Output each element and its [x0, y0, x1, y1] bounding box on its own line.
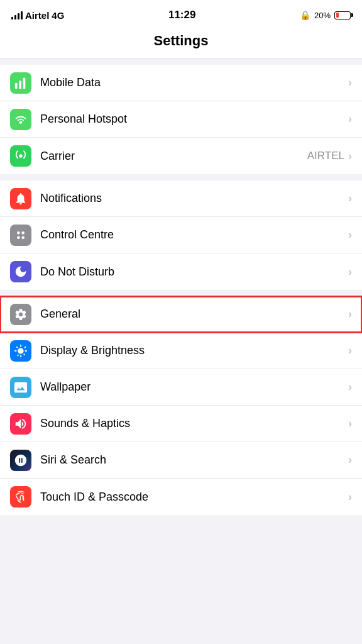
carrier-label: Airtel: [25, 10, 49, 21]
svg-point-6: [17, 236, 20, 239]
network-label: 4G: [52, 10, 64, 21]
carrier-label-item: Carrier: [40, 150, 307, 163]
settings-item-general[interactable]: General ›: [0, 296, 362, 333]
touch-id-label: Touch ID & Passcode: [40, 491, 348, 504]
mobile-data-label: Mobile Data: [40, 76, 348, 89]
do-not-disturb-icon: [10, 261, 31, 282]
wallpaper-icon: [10, 377, 31, 398]
siri-search-icon: [10, 450, 31, 471]
mobile-data-icon: [10, 72, 31, 94]
battery-area: 🔒 20%: [300, 10, 351, 20]
section-system2: General › Display & Brightness › Wallpap…: [0, 296, 362, 515]
notifications-chevron: ›: [348, 192, 352, 205]
svg-rect-0: [15, 83, 18, 89]
page-title: Settings: [0, 33, 362, 49]
mobile-data-chevron: ›: [348, 76, 352, 89]
carrier-icon: [10, 145, 31, 167]
carrier-signal: Airtel 4G: [11, 10, 64, 21]
wallpaper-chevron: ›: [348, 380, 352, 394]
svg-point-5: [21, 231, 25, 235]
display-brightness-chevron: ›: [348, 344, 352, 357]
do-not-disturb-chevron: ›: [348, 265, 352, 279]
do-not-disturb-label: Do Not Disturb: [40, 265, 348, 279]
notifications-icon: [10, 188, 31, 209]
svg-point-4: [17, 231, 20, 235]
carrier-value: AIRTEL: [307, 150, 344, 162]
control-centre-chevron: ›: [348, 228, 352, 242]
battery-percent: 20%: [314, 11, 331, 20]
settings-list-system1: Notifications › Control Centre › Do Not …: [0, 180, 362, 290]
signal-icon: [11, 11, 23, 19]
siri-search-label: Siri & Search: [40, 453, 348, 467]
general-chevron: ›: [348, 308, 352, 321]
display-brightness-icon: [10, 340, 31, 362]
svg-point-3: [19, 121, 23, 124]
personal-hotspot-icon: [10, 109, 31, 130]
section-network: Mobile Data › Personal Hotspot › Carrier…: [0, 65, 362, 174]
personal-hotspot-chevron: ›: [348, 113, 352, 126]
settings-item-display-brightness[interactable]: Display & Brightness ›: [0, 333, 362, 369]
settings-item-control-centre[interactable]: Control Centre ›: [0, 217, 362, 253]
status-bar: Airtel 4G 11:29 🔒 20%: [0, 0, 362, 28]
sounds-haptics-label: Sounds & Haptics: [40, 417, 348, 430]
settings-item-do-not-disturb[interactable]: Do Not Disturb ›: [0, 253, 362, 290]
general-label: General: [40, 308, 348, 321]
settings-list-system2: General › Display & Brightness › Wallpap…: [0, 296, 362, 515]
settings-item-carrier[interactable]: Carrier AIRTEL ›: [0, 138, 362, 174]
settings-item-personal-hotspot[interactable]: Personal Hotspot ›: [0, 101, 362, 138]
settings-item-touch-id[interactable]: Touch ID & Passcode ›: [0, 479, 362, 515]
siri-search-chevron: ›: [348, 453, 352, 467]
page-title-bar: Settings: [0, 28, 362, 58]
lock-icon: 🔒: [300, 10, 310, 20]
battery-fill: [336, 13, 339, 18]
settings-item-notifications[interactable]: Notifications ›: [0, 180, 362, 217]
svg-rect-2: [23, 77, 26, 88]
section-system1: Notifications › Control Centre › Do Not …: [0, 180, 362, 290]
sounds-haptics-icon: [10, 413, 31, 435]
control-centre-label: Control Centre: [40, 228, 348, 242]
notifications-label: Notifications: [40, 192, 348, 205]
svg-point-7: [21, 236, 25, 239]
wallpaper-label: Wallpaper: [40, 380, 348, 394]
settings-item-mobile-data[interactable]: Mobile Data ›: [0, 65, 362, 101]
battery-icon: [334, 11, 351, 19]
settings-item-siri-search[interactable]: Siri & Search ›: [0, 442, 362, 479]
time-display: 11:29: [168, 9, 195, 21]
control-centre-icon: [10, 225, 31, 246]
settings-item-sounds-haptics[interactable]: Sounds & Haptics ›: [0, 406, 362, 442]
personal-hotspot-label: Personal Hotspot: [40, 113, 348, 126]
carrier-chevron: ›: [348, 150, 352, 163]
touch-id-chevron: ›: [348, 491, 352, 504]
general-icon: [10, 304, 31, 325]
settings-list-network: Mobile Data › Personal Hotspot › Carrier…: [0, 65, 362, 174]
sounds-haptics-chevron: ›: [348, 417, 352, 430]
display-brightness-label: Display & Brightness: [40, 344, 348, 357]
svg-rect-1: [19, 80, 21, 89]
touch-id-icon: [10, 486, 31, 508]
settings-item-wallpaper[interactable]: Wallpaper ›: [0, 369, 362, 406]
